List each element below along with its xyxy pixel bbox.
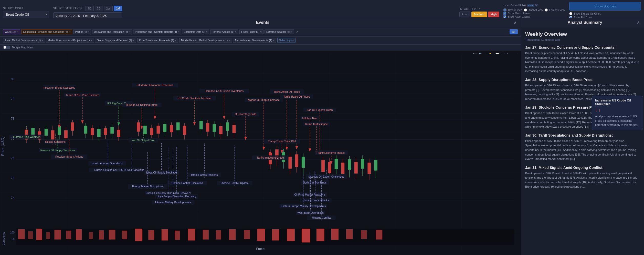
date-buttons: 3D 7D 2W 1M bbox=[86, 6, 122, 11]
tag-terrorist[interactable]: Terrorist Attacks (1) × bbox=[210, 29, 238, 34]
tag-terrorist-close[interactable]: × bbox=[235, 30, 237, 33]
tag-wars-close[interactable]: × bbox=[17, 30, 18, 33]
svg-rect-254 bbox=[36, 229, 42, 240]
analyst-collapse-btn[interactable]: ∧ bbox=[637, 20, 640, 25]
svg-text:75: 75 bbox=[11, 176, 14, 180]
events-title: Events bbox=[12, 20, 514, 25]
svg-rect-36 bbox=[91, 128, 94, 135]
view-default-radio[interactable] bbox=[503, 8, 506, 12]
tag-geo-close[interactable]: × bbox=[69, 30, 70, 33]
date-btn-1m[interactable]: 1M bbox=[114, 6, 122, 11]
tag-us-market[interactable]: US Market and Regulation (2) × bbox=[92, 29, 132, 34]
svg-text:Ukraine Military Developments: Ukraine Military Developments bbox=[155, 201, 191, 204]
tag-price-trends[interactable]: Price Trends and Forecasts (1) × bbox=[137, 38, 178, 43]
svg-text:79: 79 bbox=[11, 97, 14, 101]
view-analyst-radio[interactable] bbox=[524, 8, 527, 12]
svg-rect-268 bbox=[203, 230, 209, 240]
show-macro-checkbox[interactable] bbox=[503, 12, 506, 15]
tag-fiscal-close[interactable]: × bbox=[260, 30, 262, 33]
svg-text:Confidence: Confidence bbox=[2, 232, 5, 245]
date-btn-3d[interactable]: 3D bbox=[86, 6, 94, 11]
date-btn-7d[interactable]: 7D bbox=[95, 6, 103, 11]
svg-text:Tariffs Raise Oil Prices: Tariffs Raise Oil Prices bbox=[283, 95, 310, 98]
asset-select[interactable]: Brent Crude Oil bbox=[3, 11, 49, 18]
beta-badge: BETA bbox=[527, 4, 534, 7]
svg-text:50: 50 bbox=[12, 238, 15, 241]
impact-medium[interactable]: Medium bbox=[471, 12, 487, 17]
tag-economic-close[interactable]: × bbox=[206, 30, 207, 33]
svg-rect-279 bbox=[361, 230, 367, 239]
tag-market-forecasts[interactable]: Market Forecasts and Projections (1) × bbox=[46, 38, 94, 43]
svg-rect-80 bbox=[288, 157, 292, 168]
view-analyst-label: Analyst View bbox=[529, 9, 543, 12]
tag-us-market-close[interactable]: × bbox=[129, 30, 130, 33]
svg-text:Russian Military Actions: Russian Military Actions bbox=[55, 155, 83, 158]
tag-african[interactable]: African Market Developments (1) × bbox=[233, 38, 277, 43]
svg-text:74: 74 bbox=[11, 196, 14, 200]
signals-radio[interactable] bbox=[569, 12, 572, 15]
tag-global-supply-close[interactable]: × bbox=[133, 39, 134, 42]
day-jan31-title: Jan 31: Mixed Signals Amid Ongoing Confl… bbox=[525, 166, 640, 170]
svg-rect-42 bbox=[110, 127, 114, 134]
svg-rect-256 bbox=[54, 230, 61, 240]
tag-select-topics[interactable]: Select topics bbox=[277, 38, 295, 43]
tag-african-close[interactable]: × bbox=[273, 39, 275, 42]
tag-production-close[interactable]: × bbox=[178, 30, 179, 33]
svg-rect-98 bbox=[361, 159, 364, 169]
tag-middle-east[interactable]: Middle Eastern Market Developments (1) × bbox=[179, 38, 232, 43]
toggle-map-switch[interactable] bbox=[3, 46, 10, 49]
impact-low[interactable]: Low bbox=[459, 12, 470, 17]
svg-rect-258 bbox=[76, 229, 82, 240]
day-jan30: Jan 30: Tariff Speculations and Supply D… bbox=[525, 133, 640, 161]
all-button[interactable]: All bbox=[510, 29, 518, 34]
tag-politics-close[interactable]: × bbox=[88, 30, 89, 33]
analyst-title: Analyst Summary bbox=[533, 20, 637, 25]
svg-rect-70 bbox=[226, 123, 229, 131]
svg-text:Libya Supply Disruption Recove: Libya Supply Disruption Recovery bbox=[157, 195, 196, 198]
tag-global-supply[interactable]: Global Supply and Demand (2) × bbox=[95, 38, 136, 43]
tag-price-trends-close[interactable]: × bbox=[175, 39, 176, 42]
svg-text:Russian Oil Refining Surge: Russian Oil Refining Surge bbox=[126, 104, 158, 106]
impact-high[interactable]: High bbox=[488, 12, 500, 17]
tag-middle-east-close[interactable]: × bbox=[228, 39, 230, 42]
day-jan27: Jan 27: Economic Concerns and Supply Con… bbox=[525, 45, 640, 74]
tag-asian-close[interactable]: × bbox=[41, 39, 43, 42]
events-collapse-btn[interactable]: ∧ bbox=[514, 20, 517, 25]
svg-rect-54 bbox=[163, 124, 166, 132]
tag-asian[interactable]: Asian Market Developments (1) × bbox=[3, 38, 45, 43]
svg-rect-94 bbox=[348, 159, 351, 170]
tag-weather-close[interactable]: × bbox=[291, 30, 292, 33]
stockpile-tooltip: Increase in US Crude Oil Stockpiles ↓ ↓ … bbox=[592, 96, 643, 130]
svg-text:Trump OPEC Price Pressure: Trump OPEC Price Pressure bbox=[66, 94, 99, 97]
tag-production[interactable]: Production and Inventory Reports (4) × bbox=[133, 29, 181, 34]
toggle-map-bar: Toggle Map View bbox=[0, 45, 521, 50]
impact-section: Impact Level: Low Medium High bbox=[459, 8, 499, 17]
svg-text:Tariffs Impacting Crude: Tariffs Impacting Crude bbox=[257, 156, 284, 159]
svg-rect-262 bbox=[122, 231, 127, 239]
tag-wars[interactable]: Wars (15) × bbox=[3, 29, 20, 34]
svg-rect-102 bbox=[374, 160, 377, 170]
svg-rect-260 bbox=[99, 230, 104, 240]
tag-market-forecasts-close[interactable]: × bbox=[90, 39, 92, 42]
svg-rect-257 bbox=[66, 231, 71, 239]
svg-rect-34 bbox=[84, 126, 87, 134]
show-sources-button[interactable]: Show Sources bbox=[569, 2, 641, 11]
svg-rect-26 bbox=[51, 130, 55, 139]
svg-text:Price (USD): Price (USD) bbox=[1, 136, 5, 156]
svg-rect-30 bbox=[64, 130, 68, 138]
svg-rect-252 bbox=[18, 229, 25, 239]
view-forecast-radio[interactable] bbox=[545, 8, 548, 12]
date-range-section: Select Date Range: 3D 7D 2W 1M January 2… bbox=[53, 6, 122, 19]
svg-text:Trump Trade China Phil: Trump Trade China Phil bbox=[268, 140, 296, 143]
tag-weather[interactable]: Extreme Weather (3) × bbox=[265, 29, 294, 34]
svg-rect-261 bbox=[109, 230, 115, 240]
svg-text:Ukraine Drone Attacks: Ukraine Drone Attacks bbox=[303, 199, 329, 202]
date-btn-2w[interactable]: 2W bbox=[104, 6, 113, 11]
tag-economic[interactable]: Economic Data (2) × bbox=[182, 29, 209, 34]
view-info-icon[interactable]: ⓘ bbox=[535, 4, 538, 7]
tag-politics[interactable]: Politics (2) × bbox=[73, 29, 91, 34]
svg-rect-48 bbox=[143, 126, 147, 134]
tag-fiscal[interactable]: Fiscal Policy (1) × bbox=[239, 29, 263, 34]
tag-geo[interactable]: Geopolitical Tensions and Sanctions (8) … bbox=[21, 29, 72, 34]
topics-close-all[interactable]: × bbox=[296, 30, 298, 34]
